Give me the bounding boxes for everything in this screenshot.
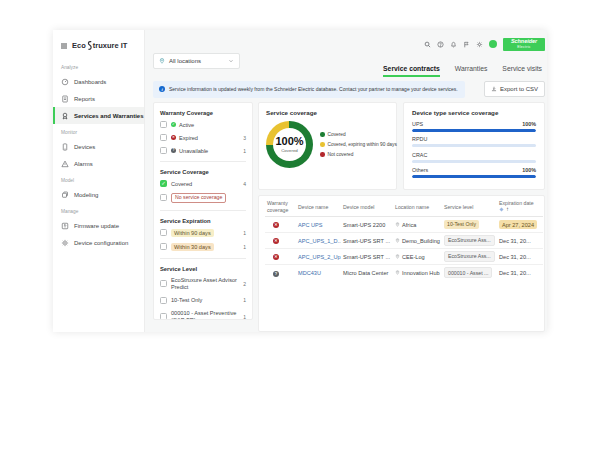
devices-table: Warranty coverage Device name Device mod…	[265, 197, 543, 281]
legend-covered-expiring: Covered, expiring within 90 days	[320, 142, 389, 147]
filter-panel: Warranty Coverage ✓Active ✕Expired 3 ?Un…	[153, 102, 253, 320]
help-icon[interactable]	[437, 41, 444, 48]
active-status-icon: ✓	[171, 122, 176, 127]
service-level-tag: 000010 - Asset ...	[444, 267, 492, 278]
donut-center-value: 100%	[275, 136, 303, 147]
filter-option-10-test-only[interactable]: 10-Test Only 1	[160, 297, 246, 304]
ecostruxure-swirl-icon	[86, 40, 93, 51]
warranty-expired-icon: ✕	[273, 222, 279, 228]
checkbox-within-90-days[interactable]	[160, 229, 167, 236]
bar-track-others	[412, 175, 536, 178]
sidebar-item-reports[interactable]: Reports	[53, 90, 144, 107]
device-name-link[interactable]: APC_UPS_1_D...	[298, 238, 341, 244]
filter-option-asset-advisor-predict[interactable]: EcoStruxure Asset Advisor Predict 2	[160, 277, 246, 291]
tab-service-contracts[interactable]: Service contracts	[383, 65, 440, 77]
checkbox-asset-advisor-predict[interactable]	[160, 280, 167, 287]
checkbox-within-30-days[interactable]	[160, 243, 167, 250]
main-content: Schneider Electric All locations Service…	[145, 30, 547, 332]
filter-section-warranty-coverage: Warranty Coverage	[160, 110, 246, 116]
unavailable-status-icon: ?	[171, 148, 176, 153]
bar-track-ups	[412, 129, 536, 132]
info-banner: i Service information is updated weekly …	[153, 81, 465, 98]
filter-option-expired[interactable]: ✕Expired 3	[160, 134, 246, 141]
expiration-date-highlight: Apr 27, 2024	[499, 220, 537, 229]
bar-row-others: Others100%	[412, 167, 536, 178]
filter-option-within-90-days[interactable]: Within 90 days 1	[160, 229, 246, 237]
device-name-link[interactable]: MDC43U	[298, 270, 321, 276]
tab-warranties[interactable]: Warranties	[455, 65, 488, 77]
notifications-bell-icon[interactable]	[450, 41, 457, 48]
sidebar-item-alarms[interactable]: Alarms	[53, 155, 144, 172]
th-service-level[interactable]: Service level	[442, 197, 497, 217]
schneider-electric-logo[interactable]: Schneider Electric	[503, 38, 545, 51]
reports-icon	[61, 95, 69, 103]
filter-option-no-service-coverage[interactable]: No service coverage	[160, 193, 246, 203]
device-type-coverage-card: Device type service coverage UPS100% RPD…	[403, 102, 545, 190]
service-coverage-card: Service coverage 100% Covered	[258, 102, 397, 190]
location-pin-icon	[395, 270, 400, 275]
bar-row-crac: CRAC	[412, 152, 536, 163]
legend-covered: Covered	[320, 132, 389, 137]
devices-icon	[61, 143, 69, 151]
location-pin-icon	[395, 222, 400, 227]
device-name-link[interactable]: APC_UPS_2_Up	[298, 254, 341, 260]
checkbox-asset-preventive[interactable]	[160, 313, 167, 320]
nav-section-manage: Manage	[53, 203, 144, 217]
table-row[interactable]: ✕ APC_UPS_1_D... Smart-UPS SRT ... Demo_…	[265, 233, 543, 249]
table-row[interactable]: ✕ APC_UPS_2_Up Smart-UPS SRT ... CEE-Log…	[265, 249, 543, 265]
sidebar-item-dashboards[interactable]: Dashboards	[53, 73, 144, 90]
sidebar-item-services-and-warranties[interactable]: Services and Warranties	[53, 107, 144, 124]
sort-ascending-icon[interactable]: ↑	[506, 206, 509, 213]
location-filter-select[interactable]: All locations	[153, 53, 240, 69]
device-name-link[interactable]: APC UPS	[298, 222, 323, 228]
filter-option-covered[interactable]: ✓ Covered 4	[160, 180, 246, 187]
checkbox-covered[interactable]: ✓	[160, 180, 167, 187]
search-icon[interactable]	[424, 41, 431, 48]
checkbox-unavailable[interactable]	[160, 147, 167, 154]
filter-option-asset-preventive[interactable]: 000010 - Asset Preventive (C&P-FR) 1	[160, 310, 246, 320]
service-level-tag: EcoStruxure Ass...	[444, 251, 495, 262]
filter-section-service-level: Service Level	[160, 266, 246, 272]
download-icon	[491, 86, 497, 92]
th-device-model[interactable]: Device model	[341, 197, 393, 217]
sidebar-item-firmware-update[interactable]: Firmware update	[53, 217, 144, 234]
th-location-name[interactable]: Location name	[393, 197, 442, 217]
filter-option-unavailable[interactable]: ?Unavailable 1	[160, 147, 246, 154]
th-expiration-date[interactable]: Expiration date ↑	[497, 197, 543, 217]
settings-gear-icon[interactable]	[476, 41, 483, 48]
donut-center-label: Covered	[281, 148, 298, 153]
legend-dot-expiring	[320, 142, 325, 147]
sidebar-item-devices[interactable]: Devices	[53, 138, 144, 155]
summary-cards-row: Service coverage 100% Covered	[258, 102, 545, 190]
logo-row: Ecotruxure IT	[53, 37, 144, 59]
user-avatar[interactable]	[489, 40, 497, 48]
checkbox-10-test-only[interactable]	[160, 297, 167, 304]
checkbox-active[interactable]	[160, 121, 167, 128]
service-level-tag: 10-Test Only	[444, 220, 479, 229]
hamburger-menu-icon[interactable]	[60, 42, 68, 50]
banner-row: i Service information is updated weekly …	[153, 80, 545, 98]
devices-table-card: Warranty coverage Device name Device mod…	[258, 195, 545, 332]
column-settings-gear-icon[interactable]	[499, 207, 504, 212]
table-row[interactable]: ? MDC43U Micro Data Center Innovation Hu…	[265, 265, 543, 281]
right-column: Service coverage 100% Covered	[258, 102, 545, 332]
sidebar-item-device-configuration[interactable]: Device configuration	[53, 234, 144, 251]
toolbar-row: All locations Service contracts Warranti…	[153, 53, 545, 77]
info-icon: i	[159, 86, 165, 92]
sidebar-item-modeling[interactable]: Modeling	[53, 186, 144, 203]
export-to-csv-button[interactable]: Export to CSV	[484, 81, 545, 97]
filter-option-active[interactable]: ✓Active	[160, 121, 246, 128]
sidebar: Ecotruxure IT Analyze Dashboards Reports…	[53, 30, 145, 332]
tab-service-visits[interactable]: Service visits	[502, 65, 542, 77]
th-device-name[interactable]: Device name	[296, 197, 341, 217]
tabs: Service contracts Warranties Service vis…	[383, 65, 545, 77]
filter-option-within-30-days[interactable]: Within 30 days 1	[160, 243, 246, 251]
service-coverage-title: Service coverage	[266, 109, 389, 116]
checkbox-expired[interactable]	[160, 134, 167, 141]
table-row[interactable]: ✕ APC UPS Smart-UPS 2200 Africa 10-Test …	[265, 217, 543, 233]
feedback-flag-icon[interactable]	[463, 41, 470, 48]
th-warranty-coverage[interactable]: Warranty coverage	[265, 197, 296, 217]
checkbox-no-service-coverage[interactable]	[160, 194, 167, 201]
nav-section-model: Model	[53, 172, 144, 186]
nav-section-monitor: Monitor	[53, 124, 144, 138]
